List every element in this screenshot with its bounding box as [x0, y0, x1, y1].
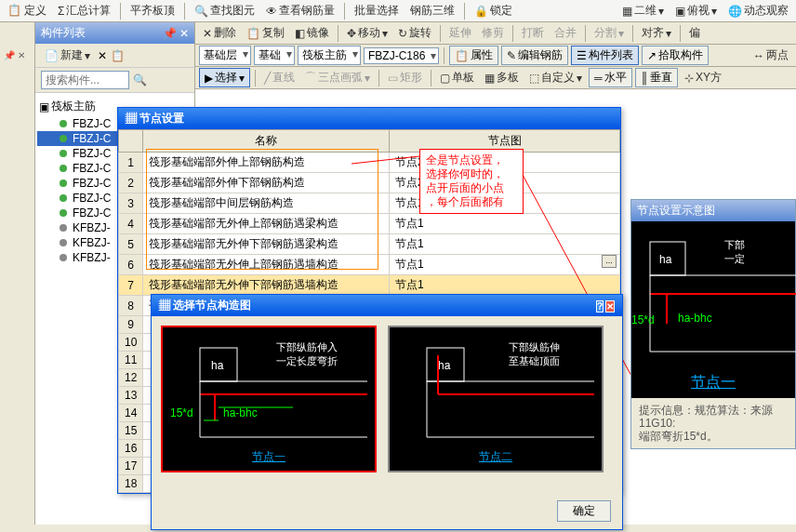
tree-toolbar: 📄新建 ▾ ✕ 📋 [35, 44, 194, 68]
main-toolbar-1: ✕删除 📋复制 ◧镜像 ✥移动 ▾ ↻旋转 延伸 修剪 打断 合并 分割 ▾ 对… [195, 22, 796, 45]
ok-button[interactable]: 确定 [557, 500, 611, 522]
main-toolbar-2: 基础层 基础 筏板主筋 FBZJ-C186 📋属性 ✎编辑钢筋 ☰构件列表 ↗拾… [195, 45, 796, 67]
main-toolbar-3: ▶选择 ▾ ╱直线 ⌒三点画弧 ▾ ▭矩形 ▢单板 ▦多板 ⬚自定义 ▾ ═水平… [195, 67, 796, 89]
btn-member-list[interactable]: ☰构件列表 [571, 46, 639, 65]
tb-rect: ▭矩形 [384, 69, 426, 86]
tb-arc: ⌒三点画弧 ▾ [301, 69, 374, 86]
svg-text:ha: ha [438, 359, 451, 372]
tb-vert[interactable]: ║垂直 [635, 68, 679, 87]
diagram-1-label: 节点一 [163, 449, 375, 465]
search-icon[interactable]: 🔍 [133, 73, 147, 86]
tb-align[interactable]: 对齐 ▾ [638, 24, 675, 42]
tree-title: 构件列表 [41, 25, 86, 41]
tb-rebar-3d[interactable]: 钢筋三维 [406, 2, 458, 20]
combo-type[interactable]: 筏板主筋 [298, 46, 361, 65]
svg-text:15*d: 15*d [631, 313, 655, 326]
tb-copy[interactable]: 📋复制 [243, 24, 288, 42]
hint-text: 提示信息：规范算法：来源11G10: 端部弯折15*d。 [631, 398, 795, 448]
preview-panel: 节点设置示意图 ha 15*d ha-bhc 下部 一定 节点一 提示信息：规范… [630, 199, 796, 449]
tb-orbit[interactable]: 🌐动态观察 [724, 2, 792, 20]
svg-text:ha-bhc: ha-bhc [678, 312, 712, 325]
diagram-2-label: 节点二 [390, 449, 602, 465]
tb-single-slab[interactable]: ▢单板 [436, 69, 478, 86]
highlight-box-names [146, 149, 378, 270]
svg-text:ha: ha [659, 253, 672, 266]
tb-move[interactable]: ✥移动 ▾ [343, 24, 391, 42]
btn-select[interactable]: ▶选择 ▾ [199, 68, 250, 87]
tb-view-rebar[interactable]: 👁查看钢筋量 [262, 2, 338, 20]
left-strip: 📌 ✕ [0, 22, 35, 525]
tb-sum[interactable]: Σ 汇总计算 [54, 2, 114, 20]
table-row[interactable]: 7筏形基础端部无外伸下部钢筋遇墙构造节点1 [119, 275, 620, 296]
close-tab[interactable]: 📌 ✕ [4, 50, 30, 60]
tb-multi-slab[interactable]: ▦多板 [481, 69, 523, 86]
tb-merge: 合并 [551, 24, 580, 42]
preview-title: 节点设置示意图 [631, 200, 795, 221]
new-button[interactable]: 📄新建 ▾ [41, 47, 94, 64]
tb-two-point[interactable]: ↔两点 [750, 47, 792, 64]
tb-custom[interactable]: ⬚自定义 ▾ [525, 69, 586, 86]
define-icon: 📋 [7, 4, 22, 19]
tb-break: 打断 [518, 24, 548, 42]
node-dlg-title[interactable]: ▦ 节点设置 [118, 108, 620, 129]
sel-dlg-title[interactable]: ▦ 选择节点构造图 ?✕ [152, 295, 622, 316]
tb-rotate[interactable]: ↻旋转 [394, 24, 435, 42]
tb-find[interactable]: 🔍查找图元 [191, 2, 259, 20]
pin-icon[interactable]: 📌 ✕ [163, 27, 189, 40]
btn-props[interactable]: 📋属性 [449, 46, 498, 65]
tb-define[interactable]: 📋定义 [4, 2, 50, 20]
preview-diagram: ha 15*d ha-bhc 下部 一定 节点一 [631, 221, 795, 398]
copy-icon[interactable]: 📋 [111, 49, 125, 62]
tb-2d[interactable]: ▦二维 ▾ [618, 2, 668, 20]
btn-edit-rebar[interactable]: ✎编辑钢筋 [501, 46, 568, 65]
tb-line: ╱直线 [260, 69, 298, 86]
tb-mirror[interactable]: ◧镜像 [291, 24, 333, 42]
search-input[interactable] [41, 71, 129, 89]
combo-floor[interactable]: 基础层 [199, 46, 251, 65]
tb-lock[interactable]: 🔒锁定 [471, 2, 516, 20]
app-icon: ▦ [126, 112, 137, 125]
diagram-2[interactable]: ha 下部纵筋伸 至基础顶面 节点二 [388, 326, 604, 472]
callout-note: 全是节点设置， 选择你何时的， 点开后面的小点 ，每个后面都有 [419, 149, 524, 214]
svg-text:15*d: 15*d [170, 406, 193, 419]
diagram-1[interactable]: ha 15*d ha-bhc 下部纵筋伸入 一定长度弯折 节点一 [161, 326, 377, 472]
tb-offset[interactable]: 偏 [685, 24, 704, 42]
tb-extend: 延伸 [445, 24, 475, 42]
tree-header: 构件列表 📌 ✕ [35, 22, 194, 44]
tb-top-view[interactable]: ▣俯视 ▾ [671, 2, 721, 20]
close-button[interactable]: ✕ [605, 300, 615, 313]
close-icon[interactable]: ✕ [98, 49, 107, 62]
tb-split: 分割 ▾ [590, 24, 628, 42]
combo-member[interactable]: FBZJ-C186 [364, 47, 439, 64]
combo-category[interactable]: 基础 [254, 46, 295, 65]
select-diagram-dialog: ▦ 选择节点构造图 ?✕ ha 15*d ha-bhc 下部纵筋伸入 一定长度弯… [151, 294, 623, 530]
btn-pick[interactable]: ↗拾取构件 [642, 46, 709, 65]
tb-delete[interactable]: ✕删除 [199, 24, 240, 42]
help-button[interactable]: ? [596, 300, 604, 313]
tb-trim: 修剪 [478, 24, 508, 42]
tb-xy[interactable]: ⊹XY方 [681, 69, 725, 86]
diagram-2-desc: 下部纵筋伸 至基础顶面 [473, 340, 594, 368]
tb-horiz[interactable]: ═水平 [589, 68, 632, 87]
diagram-1-desc: 下部纵筋伸入 一定长度弯折 [246, 340, 367, 368]
app-icon: ▦ [159, 299, 170, 312]
ellipsis-button[interactable]: ... [602, 255, 617, 268]
svg-text:ha-bhc: ha-bhc [223, 406, 258, 419]
svg-text:ha: ha [211, 359, 224, 372]
tree-search-bar: 🔍 [35, 68, 194, 93]
tb-batch-select[interactable]: 批量选择 [351, 2, 403, 20]
tb-align-slab[interactable]: 平齐板顶 [126, 2, 179, 20]
top-toolbar: 📋定义 Σ 汇总计算 平齐板顶 🔍查找图元 👁查看钢筋量 批量选择 钢筋三维 🔒… [0, 0, 796, 22]
